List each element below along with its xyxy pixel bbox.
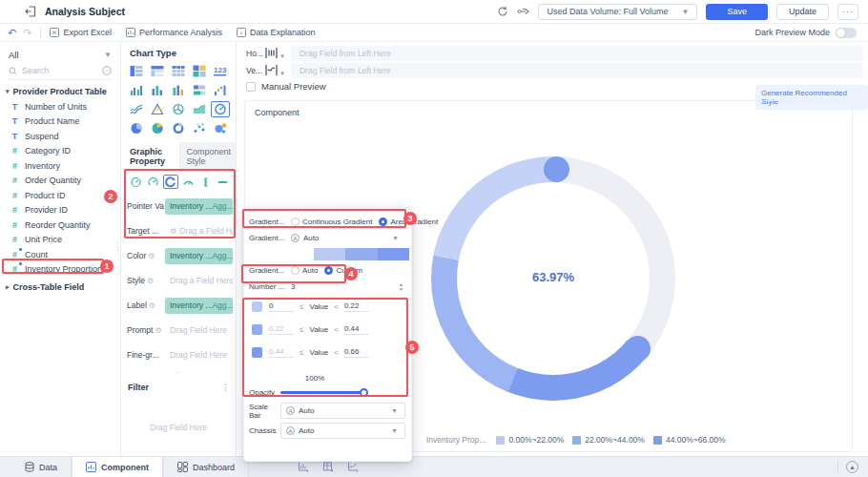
more-button[interactable]: ···	[837, 4, 858, 20]
search-input[interactable]: Search	[9, 66, 112, 80]
dark-preview-toggle[interactable]	[836, 28, 857, 38]
chevron-down-icon[interactable]: ▼	[279, 53, 285, 59]
number-value[interactable]: 3	[291, 282, 295, 291]
chart-radar-icon[interactable]	[148, 101, 167, 117]
add-component-icon[interactable]	[347, 461, 360, 472]
vertical-axis-icon[interactable]	[264, 64, 279, 76]
export-excel-button[interactable]: Export Excel	[50, 28, 112, 37]
legend-item[interactable]: 0.00%~22.00%	[496, 435, 564, 445]
tab-graphic-property[interactable]: Graphic Property	[121, 142, 179, 172]
lt-operator[interactable]: <	[334, 302, 339, 311]
radio-continuous-gradient[interactable]	[291, 218, 300, 226]
radio-auto[interactable]	[291, 266, 300, 275]
table-node[interactable]: ▾ Provider Product Table	[0, 80, 120, 99]
chart-pie-icon[interactable]	[127, 120, 146, 136]
chevron-down-icon[interactable]: ▼	[279, 71, 285, 76]
chassis-dropdown[interactable]: A Auto ▼	[280, 423, 405, 439]
chart-bubble-icon[interactable]	[211, 120, 230, 136]
range-color-swatch[interactable]	[252, 301, 262, 312]
lt-operator[interactable]: <	[334, 348, 339, 357]
add-table-icon[interactable]	[322, 461, 335, 472]
chart-column-icon[interactable]	[148, 82, 167, 98]
chart-grouped-column-icon[interactable]	[127, 82, 146, 98]
scope-dropdown[interactable]: All ▼	[0, 42, 120, 64]
more-vertical-icon[interactable]: ⋮	[221, 383, 230, 392]
radio-custom[interactable]	[324, 266, 333, 275]
gear-icon[interactable]: ⚙	[170, 227, 176, 236]
chart-histogram-icon[interactable]	[169, 82, 188, 98]
field-inventory[interactable]: #Inventory	[0, 158, 120, 174]
range-color-swatch[interactable]	[252, 324, 262, 335]
exit-icon[interactable]	[25, 6, 36, 17]
legend-item[interactable]: 22.00%~44.00%	[572, 435, 645, 445]
field-product-id[interactable]: #Product ID	[0, 188, 120, 203]
filter-drop-zone[interactable]: Drag Field Here	[121, 394, 236, 432]
chart-area-icon[interactable]	[190, 101, 209, 117]
range-to-input[interactable]: 0.44	[344, 324, 369, 335]
field-order-quantity[interactable]: #Order Quantity	[0, 174, 120, 189]
chart-waterfall-icon[interactable]	[211, 82, 230, 98]
range-color-swatch[interactable]	[252, 347, 262, 358]
gear-icon[interactable]: ⚙	[155, 326, 161, 335]
label-pill[interactable]: Inventory ...Agg...	[165, 298, 233, 314]
expand-arrow-icon[interactable]: ▾	[6, 88, 10, 95]
style-drop-zone[interactable]: Drag a Field Here	[165, 273, 233, 289]
chart-line-icon[interactable]	[127, 101, 146, 117]
range-to-input[interactable]: 0.22	[344, 301, 369, 312]
scale-bar-dropdown[interactable]: A Auto ▼	[280, 403, 405, 419]
lte-operator[interactable]: ≤	[300, 302, 303, 311]
range-from-input[interactable]: 0.44	[269, 347, 294, 358]
field-category-id[interactable]: #Category ID	[0, 144, 120, 159]
pointer-value-pill[interactable]: Inventory ...Agg...	[165, 198, 233, 215]
field-count[interactable]: #Count	[0, 247, 120, 262]
chart-multi-pie-icon[interactable]	[148, 120, 167, 136]
tab-component[interactable]: Component	[72, 457, 163, 477]
data-explanation-button[interactable]: Data Explanation	[237, 28, 316, 37]
field-provider-id[interactable]: #Provider ID	[0, 203, 120, 218]
chart-donut-icon[interactable]	[169, 120, 188, 136]
tab-component-style[interactable]: Component Style	[179, 142, 237, 172]
range-from-input[interactable]: 0.22	[269, 324, 294, 335]
field-unit-price[interactable]: #Unit Price	[0, 233, 120, 248]
save-button[interactable]: Save	[706, 4, 768, 20]
chart-grouped-table-icon[interactable]	[148, 63, 167, 79]
gear-icon[interactable]: ⚙	[147, 277, 154, 285]
prompt-drop-zone[interactable]: Drag Field Here	[165, 322, 233, 339]
field-product-name[interactable]: TProduct Name	[0, 114, 120, 130]
update-button[interactable]: Update	[776, 4, 829, 20]
tab-dashboard[interactable]: Dashboard	[164, 457, 248, 477]
panel-resize-handle[interactable]: ⋮⋮	[114, 245, 120, 253]
chart-kpi-indicator-icon[interactable]: 123	[211, 63, 230, 79]
lte-operator[interactable]: ≤	[300, 348, 303, 357]
gauge-270-icon[interactable]	[145, 175, 160, 189]
chart-kpi-card-icon[interactable]	[190, 63, 209, 79]
chart-rose-icon[interactable]	[169, 101, 188, 117]
gauge-ring-icon[interactable]	[163, 175, 178, 189]
add-chart-icon[interactable]	[298, 461, 310, 472]
lineage-icon[interactable]	[517, 6, 529, 17]
redo-icon[interactable]: ↷	[23, 27, 31, 39]
gradient-preview-bar[interactable]	[314, 248, 409, 260]
chart-scatter-icon[interactable]	[190, 120, 209, 136]
manual-preview-checkbox[interactable]	[246, 82, 256, 92]
gear-icon[interactable]: ⚙	[149, 301, 155, 310]
vertical-drop-zone[interactable]: Drag Field from Left Here	[291, 63, 863, 78]
sync-icon[interactable]	[497, 6, 508, 17]
tab-data[interactable]: Data	[11, 457, 71, 477]
lt-operator[interactable]: <	[334, 325, 339, 334]
gear-icon[interactable]: ⚙	[148, 252, 155, 260]
lte-operator[interactable]: ≤	[300, 325, 303, 334]
section-resize-handle[interactable]: ⋯	[121, 136, 236, 141]
collapse-panel-icon[interactable]: ▲	[846, 461, 858, 473]
color-pill[interactable]: Inventory ...Agg...	[165, 248, 233, 264]
gradient-color-value[interactable]: Auto	[303, 234, 319, 242]
undo-icon[interactable]: ↶	[8, 27, 16, 39]
gauge-horizontal-icon[interactable]	[216, 175, 231, 189]
chevron-down-icon[interactable]: ▼	[392, 235, 399, 241]
search-settings-icon[interactable]	[102, 66, 112, 75]
target-drop-zone[interactable]: ⚙Drag a Field Here	[165, 223, 233, 239]
range-to-input[interactable]: 0.66	[344, 347, 369, 358]
gauge-arc-icon[interactable]	[180, 175, 196, 189]
gauge-vertical-icon[interactable]	[197, 175, 213, 189]
horizontal-drop-zone[interactable]: Drag Field from Left Here	[291, 46, 863, 61]
